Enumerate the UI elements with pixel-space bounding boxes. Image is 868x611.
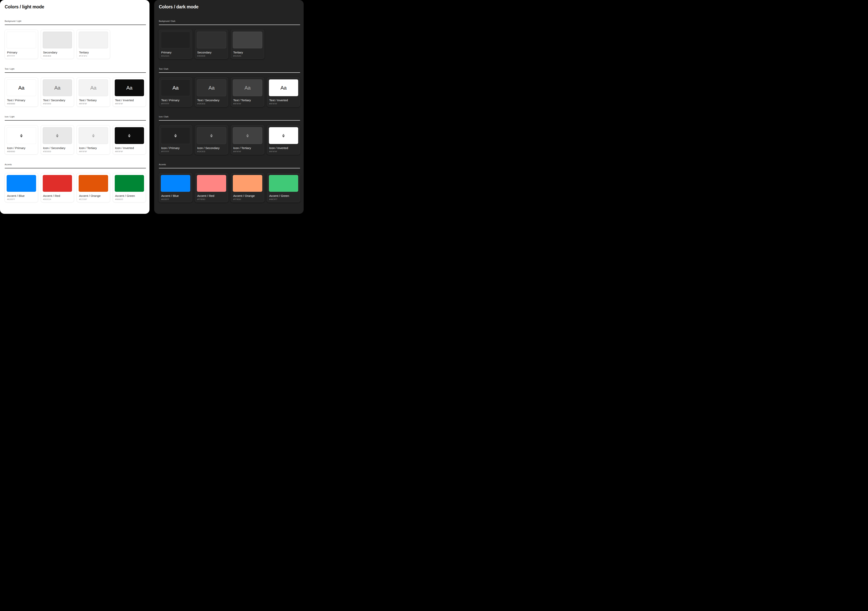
color-hex-value: #008635 xyxy=(115,198,144,200)
color-card-icon-tertiary: Icon / Tertiary#AFAFAF xyxy=(231,125,264,155)
color-name: Tertiary xyxy=(79,51,108,54)
color-name: Icon / Tertiary xyxy=(233,146,262,150)
color-card-text-secondary: AaText / Secondary#CDCDCD xyxy=(195,77,228,107)
color-swatch xyxy=(79,127,108,144)
microphone-icon xyxy=(92,134,95,137)
color-swatch xyxy=(161,127,190,144)
color-hex-value: #8F8F8F xyxy=(79,103,108,105)
card-grid: Icon / Primary#FFFFFF Icon / Secondary#C… xyxy=(159,125,300,155)
microphone-icon xyxy=(174,134,177,137)
microphone-icon xyxy=(210,134,213,137)
color-name: Tertiary xyxy=(233,51,262,54)
text-sample: Aa xyxy=(126,85,132,91)
color-hex-value: #AFAFAF xyxy=(233,103,262,105)
color-card-accent-blue: Accent / Blue#0285FF xyxy=(159,173,192,202)
color-card-accent-red: Accent / Red#FF8583 xyxy=(195,173,228,202)
color-name: Accent / Red xyxy=(197,194,226,198)
color-card-accent-green: Accent / Green#008635 xyxy=(113,173,146,202)
color-hex-value: #CDCDCD xyxy=(197,103,226,105)
color-hex-value: #F3F3F3 xyxy=(79,55,108,57)
color-card-text-secondary: AaText / Secondary#5D5D5D xyxy=(41,77,74,107)
color-card-tertiary: Tertiary#F3F3F3 xyxy=(77,29,110,59)
color-hex-value: #E02E2A xyxy=(43,198,72,200)
color-name: Icon / Primary xyxy=(161,146,190,150)
color-name: Secondary xyxy=(197,51,226,54)
color-card-primary: Primary#FFFFFF xyxy=(5,29,38,59)
section-text-light: Text / LightAaText / Primary#0D0D0DAaTex… xyxy=(5,68,146,107)
card-grid: Icon / Primary#0D0D0D Icon / Secondary#5… xyxy=(5,125,146,155)
color-swatch xyxy=(7,32,36,48)
color-card-accent-orange: Accent / Orange#FF9E6C xyxy=(231,173,264,202)
color-name: Icon / Tertiary xyxy=(79,146,108,150)
color-name: Icon / Inverted xyxy=(115,146,144,150)
section-divider xyxy=(159,120,300,121)
color-card-icon-secondary: Icon / Secondary#CDCDCD xyxy=(195,125,228,155)
color-swatch xyxy=(197,127,226,144)
section-label: Text / Light xyxy=(5,68,146,70)
color-card-accent-orange: Accent / Orange#E25507 xyxy=(77,173,110,202)
page-title: Colors / light mode xyxy=(5,4,146,9)
color-name: Accent / Green xyxy=(115,194,144,198)
color-name: Accent / Blue xyxy=(7,194,36,198)
color-swatch: Aa xyxy=(79,79,108,96)
panel-dark-mode: Colors / dark modeBackground / DarkPrima… xyxy=(154,0,304,214)
color-card-tertiary: Tertiary#414141 xyxy=(231,29,264,59)
color-swatch: Aa xyxy=(115,79,144,96)
section-divider xyxy=(5,25,146,25)
color-card-text-primary: AaText / Primary#0D0D0D xyxy=(5,77,38,107)
section-icon-light: Icon / Light Icon / Primary#0D0D0D Icon … xyxy=(5,116,146,155)
section-icon-dark: Icon / Dark Icon / Primary#FFFFFF Icon /… xyxy=(159,116,300,155)
section-background-dark: Background / DarkPrimary#212121Secondary… xyxy=(159,20,300,59)
color-swatch: Aa xyxy=(7,79,36,96)
color-card-icon-inverted: Icon / Inverted#AFAFAF xyxy=(267,125,300,155)
color-hex-value: #E8E8E8 xyxy=(43,55,72,57)
color-hex-value: #AFAFAF xyxy=(269,150,298,153)
color-name: Text / Tertiary xyxy=(79,99,108,102)
color-hex-value: #40C977 xyxy=(269,198,298,200)
color-card-icon-primary: Icon / Primary#FFFFFF xyxy=(159,125,192,155)
section-accents: AccentsAccent / Blue#0285FFAccent / Red#… xyxy=(5,164,146,202)
panel-light-mode: Colors / light modeBackground / LightPri… xyxy=(0,0,149,214)
section-label: Accents xyxy=(159,164,300,166)
color-card-text-inverted: AaText / Inverted#8F8F8F xyxy=(113,77,146,107)
section-label: Icon / Light xyxy=(5,116,146,118)
color-card-text-inverted: AaText / Inverted#AFAFAF xyxy=(267,77,300,107)
card-grid: Primary#212121Secondary#303030Tertiary#4… xyxy=(159,29,300,59)
color-swatch: Aa xyxy=(197,79,226,96)
section-divider xyxy=(159,73,300,73)
card-grid: AaText / Primary#FFFFFFAaText / Secondar… xyxy=(159,77,300,107)
color-name: Accent / Red xyxy=(43,194,72,198)
microphone-icon xyxy=(246,134,249,137)
color-name: Text / Secondary xyxy=(197,99,226,102)
color-swatch xyxy=(43,127,72,144)
color-name: Text / Primary xyxy=(161,99,190,102)
color-hex-value: #E25507 xyxy=(79,198,108,200)
color-name: Icon / Primary xyxy=(7,146,36,150)
color-hex-value: #FFFFFF xyxy=(7,55,36,57)
color-name: Icon / Secondary xyxy=(43,146,72,150)
color-name: Secondary xyxy=(43,51,72,54)
text-sample: Aa xyxy=(90,85,96,91)
section-label: Background / Light xyxy=(5,20,146,22)
color-name: Primary xyxy=(7,51,36,54)
color-hex-value: #0D0D0D xyxy=(7,150,36,153)
color-styles-sheet: { "page": { "background": "#000000" }, "… xyxy=(0,0,304,215)
text-sample: Aa xyxy=(245,85,251,91)
section-text-dark: Text / DarkAaText / Primary#FFFFFFAaText… xyxy=(159,68,300,107)
color-hex-value: #FFFFFF xyxy=(161,103,190,105)
section-label: Text / Dark xyxy=(159,68,300,70)
color-swatch xyxy=(7,127,36,144)
color-swatch xyxy=(43,175,72,192)
text-sample: Aa xyxy=(54,85,60,91)
color-name: Text / Primary xyxy=(7,99,36,102)
color-card-text-tertiary: AaText / Tertiary#AFAFAF xyxy=(231,77,264,107)
text-sample: Aa xyxy=(281,85,287,91)
microphone-icon xyxy=(56,134,59,137)
color-card-secondary: Secondary#303030 xyxy=(195,29,228,59)
color-card-accent-red: Accent / Red#E02E2A xyxy=(41,173,74,202)
section-accents: AccentsAccent / Blue#0285FFAccent / Red#… xyxy=(159,164,300,202)
color-hex-value: #212121 xyxy=(161,55,190,57)
color-hex-value: #8F8F8F xyxy=(115,103,144,105)
section-divider xyxy=(159,25,300,25)
color-hex-value: #414141 xyxy=(233,55,262,57)
